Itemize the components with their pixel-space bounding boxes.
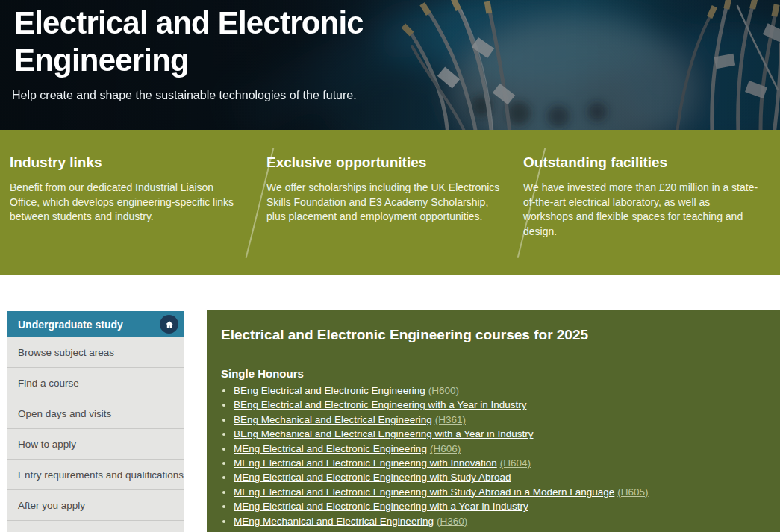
course-link[interactable]: BEng Mechanical and Electrical Engineeri… bbox=[234, 414, 432, 425]
course-list-item: MEng Electrical and Electronic Engineeri… bbox=[234, 456, 762, 470]
courses-heading: Electrical and Electronic Engineering co… bbox=[221, 327, 762, 343]
course-list-item: MEng Electrical and Electronic Engineeri… bbox=[234, 485, 762, 499]
feature-band: Industry links Benefit from our dedicate… bbox=[0, 130, 780, 275]
course-link[interactable]: MEng Electrical and Electronic Engineeri… bbox=[234, 501, 528, 512]
home-icon[interactable] bbox=[160, 315, 178, 334]
course-list-item: BEng Electrical and Electronic Engineeri… bbox=[234, 398, 762, 412]
sidebar-item-partial[interactable] bbox=[7, 521, 184, 532]
feature-card-exclusive-opportunities: Exclusive opportunities We offer scholar… bbox=[266, 154, 523, 275]
course-link[interactable]: MEng Electrical and Electronic Engineeri… bbox=[234, 486, 614, 498]
sidebar-item-entry-requirements[interactable]: Entry requirements and qualifications bbox=[7, 460, 184, 490]
course-code-link[interactable]: (H605) bbox=[617, 486, 648, 498]
feature-title: Industry links bbox=[10, 154, 246, 171]
courses-subheading: Single Honours bbox=[221, 367, 762, 380]
feature-card-industry-links: Industry links Benefit from our dedicate… bbox=[10, 154, 266, 275]
course-list-item: MEng Electrical and Electronic Engineeri… bbox=[234, 442, 762, 456]
sidebar-item-label: Browse subject areas bbox=[18, 347, 114, 358]
feature-body: We have invested more than £20 million i… bbox=[523, 181, 759, 239]
feature-body: We offer scholarships including the UK E… bbox=[266, 181, 502, 225]
sidebar-nav: Undergraduate study Browse subject areas… bbox=[7, 311, 184, 532]
course-list-item: MEng Mechanical and Electrical Engineeri… bbox=[234, 514, 762, 528]
course-code-link[interactable]: (H360) bbox=[437, 516, 467, 527]
sidebar-header-label: Undergraduate study bbox=[18, 319, 160, 331]
sidebar-item-open-days-and-visits[interactable]: Open days and visits bbox=[7, 398, 184, 429]
course-code-link[interactable]: (H600) bbox=[428, 385, 459, 396]
course-link[interactable]: BEng Electrical and Electronic Engineeri… bbox=[234, 385, 425, 396]
hero-banner: Electrical and Electronic Engineering He… bbox=[0, 0, 780, 130]
lower-section: Undergraduate study Browse subject areas… bbox=[0, 310, 780, 532]
sidebar-item-label: Entry requirements and qualifications bbox=[18, 469, 184, 481]
course-code-link[interactable]: (H604) bbox=[500, 457, 531, 469]
sidebar-item-label: After you apply bbox=[18, 500, 85, 511]
course-link[interactable]: MEng Mechanical and Electrical Engineeri… bbox=[234, 516, 434, 527]
course-list-item: BEng Electrical and Electronic Engineeri… bbox=[234, 384, 762, 398]
feature-card-outstanding-facilities: Outstanding facilities We have invested … bbox=[523, 154, 780, 275]
page-title: Electrical and Electronic Engineering bbox=[14, 4, 462, 78]
course-link[interactable]: MEng Electrical and Electronic Engineeri… bbox=[234, 472, 511, 483]
sidebar-item-label: Open days and visits bbox=[18, 408, 111, 419]
course-link[interactable]: BEng Electrical and Electronic Engineeri… bbox=[234, 399, 526, 410]
course-list-item: MEng Electrical and Electronic Engineeri… bbox=[234, 499, 762, 513]
course-link[interactable]: MEng Electrical and Electronic Engineeri… bbox=[234, 457, 497, 469]
course-list-item: MEng Electrical and Electronic Engineeri… bbox=[234, 470, 762, 484]
course-code-link[interactable]: (H361) bbox=[435, 414, 466, 425]
course-list-item: BEng Mechanical and Electrical Engineeri… bbox=[234, 413, 762, 427]
sidebar-item-browse-subject-areas[interactable]: Browse subject areas bbox=[7, 337, 184, 368]
spacer bbox=[0, 275, 780, 310]
hero-subtitle: Help create and shape the sustainable te… bbox=[12, 89, 780, 102]
course-list-item: MEng Mechanical and Electrical Engineeri… bbox=[234, 528, 762, 532]
sidebar-item-after-you-apply[interactable]: After you apply bbox=[7, 490, 184, 521]
sidebar-item-label: How to apply bbox=[18, 439, 76, 450]
sidebar-item-find-a-course[interactable]: Find a course bbox=[7, 368, 184, 398]
sidebar-item-how-to-apply[interactable]: How to apply bbox=[7, 429, 184, 460]
feature-title: Outstanding facilities bbox=[523, 154, 759, 171]
feature-body: Benefit from our dedicated Industrial Li… bbox=[10, 181, 246, 225]
course-link[interactable]: MEng Electrical and Electronic Engineeri… bbox=[234, 443, 427, 454]
course-link[interactable]: BEng Mechanical and Electrical Engineeri… bbox=[234, 428, 534, 439]
sidebar-item-label: Find a course bbox=[18, 378, 79, 389]
course-code-link[interactable]: (H606) bbox=[430, 443, 461, 454]
courses-panel: Electrical and Electronic Engineering co… bbox=[207, 310, 780, 532]
feature-title: Exclusive opportunities bbox=[266, 154, 502, 171]
course-list: BEng Electrical and Electronic Engineeri… bbox=[221, 384, 762, 532]
sidebar-header-undergraduate-study[interactable]: Undergraduate study bbox=[7, 311, 184, 337]
course-list-item: BEng Mechanical and Electrical Engineeri… bbox=[234, 427, 762, 441]
